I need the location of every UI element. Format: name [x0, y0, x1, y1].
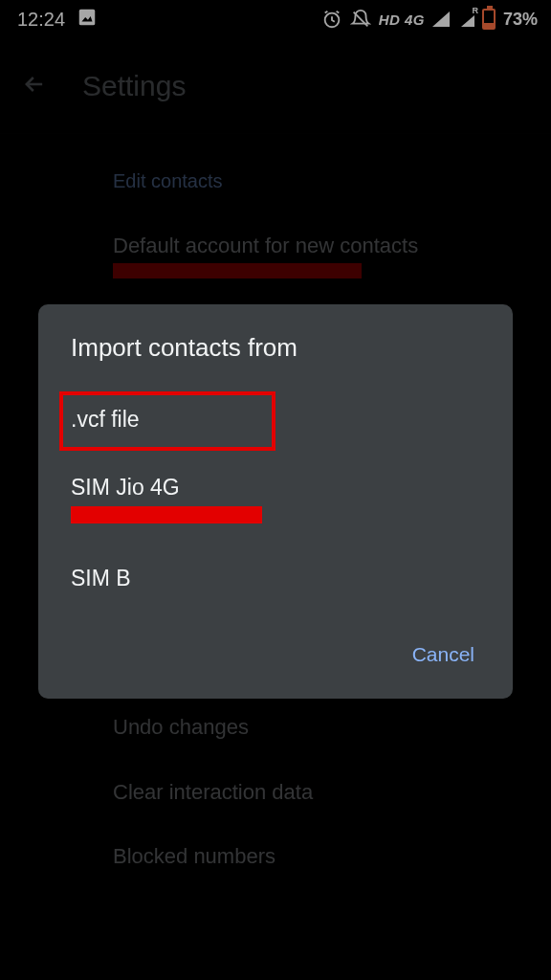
redacted-value [71, 506, 262, 523]
option-sim-jio-4g[interactable]: SIM Jio 4G [38, 454, 513, 545]
option-sim-b[interactable]: SIM B [38, 545, 513, 612]
option-vcf-file[interactable]: .vcf file [38, 386, 513, 454]
option-label: .vcf file [71, 407, 140, 432]
import-contacts-dialog: Import contacts from .vcf file SIM Jio 4… [38, 304, 513, 699]
dialog-title: Import contacts from [38, 333, 513, 386]
cancel-button[interactable]: Cancel [407, 635, 480, 674]
option-label: SIM B [71, 566, 131, 590]
option-label: SIM Jio 4G [71, 475, 180, 500]
